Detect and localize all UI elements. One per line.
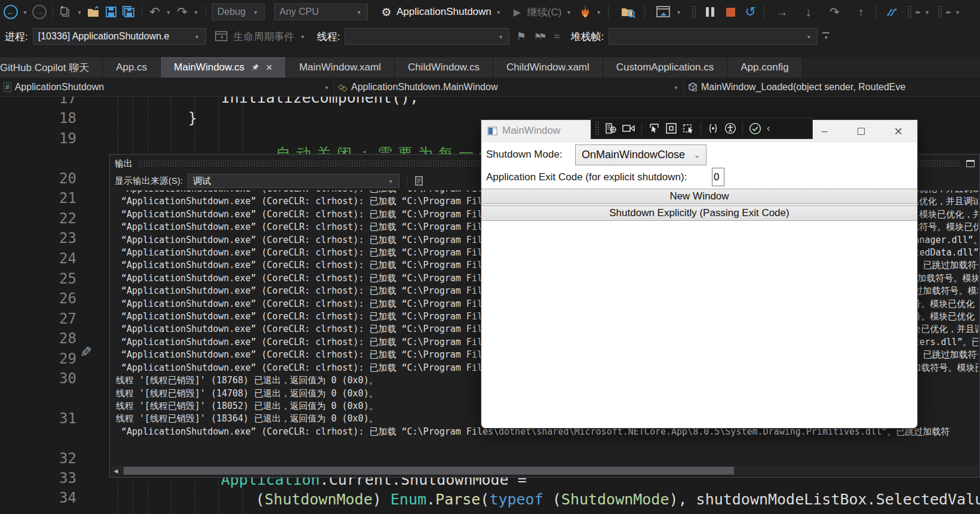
type-dropdown[interactable]: ◇◇ ApplicationShutdown.MainWindow ▾ (334, 78, 684, 96)
flag-threads-icon[interactable]: ⚑⚑ (532, 28, 545, 45)
step-over-icon[interactable]: ↷ (828, 4, 841, 20)
thread-dropdown[interactable]: ▾ (345, 28, 509, 45)
navigation-bar: # ApplicationShutdown ▾ ◇◇ ApplicationSh… (0, 78, 980, 97)
scrollbar-thumb[interactable] (124, 467, 734, 475)
toolbar-overflow-dropdown-icon[interactable]: ▾ (822, 32, 830, 41)
app-titlebar[interactable]: MainWindow ‹ – × (481, 120, 917, 142)
process-value: [10336] ApplicationShutdown.e (38, 31, 193, 42)
toolbar-overflow-icon[interactable]: ▸▸ (916, 9, 920, 15)
tab-App.cs[interactable]: App.cs (103, 57, 161, 78)
collapse-toolbar-icon[interactable]: ‹ (767, 123, 770, 134)
chevron-down-icon[interactable]: ▾ (495, 9, 502, 16)
step-out-icon[interactable]: ↑ (854, 4, 867, 20)
redo-dropdown-icon[interactable]: ▾ (192, 9, 199, 16)
solution-configuration-dropdown[interactable]: Debug ▾ (212, 4, 265, 20)
hot-reload-icon[interactable] (579, 5, 591, 19)
scroll-left-icon[interactable]: ◀ (112, 468, 120, 474)
output-source-dropdown[interactable]: 调试 ▾ (188, 174, 400, 188)
toolbar-grip[interactable] (595, 121, 600, 136)
chevron-down-icon[interactable]: ▾ (565, 9, 572, 16)
new-window-button[interactable]: New Window (481, 189, 917, 204)
output-horizontal-scrollbar[interactable]: ◀ (112, 466, 978, 475)
continue-button[interactable]: ▶ 继续(C) ▾ (511, 4, 573, 20)
toolbar-overflow-icon[interactable]: ▸▸ (946, 9, 950, 15)
tab-MainWindow.cs[interactable]: MainWindow.cs× (161, 57, 286, 78)
save-all-icon[interactable] (121, 5, 136, 19)
new-item-dropdown-icon[interactable]: ▾ (76, 9, 83, 16)
exit-code-input[interactable] (712, 168, 724, 186)
accessibility-checker-icon[interactable] (724, 122, 736, 134)
project-dropdown[interactable]: # ApplicationShutdown ▾ (0, 78, 334, 96)
shutdown-mode-value: OnMainWindowClose (582, 149, 694, 161)
step-into-icon[interactable]: ↓ (801, 4, 815, 20)
new-item-icon[interactable] (59, 5, 72, 19)
platform-dropdown[interactable]: Any CPU ▾ (274, 4, 368, 20)
code-line34: (ShutdownMode) Enum.Parse(typeof (Shutdo… (256, 491, 980, 509)
thread-label: 线程: (317, 30, 340, 44)
save-icon[interactable] (105, 5, 118, 19)
class-icon: ◇◇ (338, 82, 349, 92)
toolbar-grip[interactable] (907, 5, 912, 19)
restart-icon[interactable]: ↺ (744, 4, 757, 20)
tab-ChildWindow.xaml[interactable]: ChildWindow.xaml (493, 57, 603, 78)
shutdown-mode-dropdown[interactable]: OnMainWindowClose ⌄ (575, 144, 706, 165)
toolbar-grip[interactable] (938, 5, 942, 19)
debug-location-toolbar: 进程: [10336] ApplicationShutdown.e ▾ 生命周期… (0, 24, 980, 49)
display-adorners-icon[interactable] (665, 122, 677, 134)
pin-tab-icon[interactable] (251, 63, 260, 72)
browser-window-dropdown-icon[interactable]: ▾ (675, 9, 682, 16)
start-debugging-button[interactable]: ⚙ ApplicationShutdown ▾ (380, 4, 502, 20)
lifecycle-events-icon[interactable] (214, 30, 229, 43)
navigate-back-dropdown-icon[interactable]: ▾ (21, 9, 29, 16)
record-screen-icon[interactable] (622, 123, 635, 134)
window-position-icon[interactable] (966, 160, 975, 167)
app-maximize-icon[interactable] (858, 128, 865, 135)
shutdown-explicitly-button[interactable]: Shutdown Explicitly (Passing Exit Code) (481, 205, 917, 221)
find-in-files-icon[interactable] (620, 5, 636, 19)
live-visual-tree-icon[interactable] (605, 122, 617, 134)
show-next-statement-icon[interactable]: → (775, 4, 788, 20)
tab-GitHub Copilot 聊天[interactable]: GitHub Copilot 聊天 (0, 57, 103, 78)
select-element-icon[interactable] (648, 122, 660, 134)
close-tab-icon[interactable]: × (266, 61, 272, 74)
toolbar-overflow-dropdown-icon[interactable]: ▾ (954, 9, 961, 16)
tab-App.config[interactable]: App.config (727, 57, 802, 78)
track-focused-element-icon[interactable] (683, 122, 695, 134)
mainwindow-app[interactable]: MainWindow ‹ – × Shutd (481, 119, 918, 429)
lifecycle-events-dropdown-icon[interactable]: ▾ (299, 33, 306, 40)
flag-icon[interactable]: ⚑ (514, 28, 527, 45)
browser-window-icon[interactable] (656, 5, 671, 19)
redo-icon[interactable]: ↷ (176, 4, 189, 20)
app-close-icon[interactable]: × (894, 123, 902, 140)
suspend-threads-icon[interactable]: ≈ (550, 28, 563, 45)
separator (875, 5, 876, 19)
navigate-forward-icon[interactable]: → (32, 5, 47, 19)
stop-debugging-icon[interactable] (726, 8, 735, 17)
check-status-icon[interactable] (749, 122, 761, 135)
hot-reload-dropdown-icon[interactable]: ▾ (595, 9, 602, 16)
open-folder-icon[interactable] (87, 5, 101, 19)
member-dropdown[interactable]: MainWindow_Loaded(object sender, RoutedE… (684, 78, 980, 96)
app-minimize-icon[interactable]: – (822, 125, 828, 137)
undo-icon[interactable]: ↶ (148, 4, 161, 20)
undo-dropdown-icon[interactable]: ▾ (165, 9, 172, 16)
tab-label: GitHub Copilot 聊天 (0, 61, 89, 75)
process-dropdown[interactable]: [10336] ApplicationShutdown.e ▾ (33, 28, 206, 45)
pause-icon[interactable] (706, 7, 714, 17)
tab-MainWindow.xaml[interactable]: MainWindow.xaml (286, 57, 395, 78)
tab-ChildWindow.cs[interactable]: ChildWindow.cs (395, 57, 493, 78)
xaml-hot-reload-icon[interactable] (707, 122, 719, 134)
chevron-down-icon: ▾ (387, 178, 394, 184)
chevron-down-icon: ⌄ (694, 151, 700, 159)
tab-label: App.config (741, 61, 788, 73)
stack-frame-dropdown[interactable]: ▾ (609, 28, 818, 45)
toolbar-grip[interactable] (692, 5, 696, 19)
clear-output-icon[interactable] (414, 176, 424, 186)
separator (142, 5, 142, 19)
toolbar-overflow-dropdown-icon[interactable]: ▾ (923, 9, 930, 16)
navigate-back-icon[interactable]: ← (4, 5, 18, 19)
lifecycle-events-label[interactable]: 生命周期事件 (234, 30, 294, 44)
separator (764, 5, 764, 19)
code-map-icon[interactable] (886, 5, 899, 19)
tab-CustomApplication.cs[interactable]: CustomApplication.cs (603, 57, 727, 78)
